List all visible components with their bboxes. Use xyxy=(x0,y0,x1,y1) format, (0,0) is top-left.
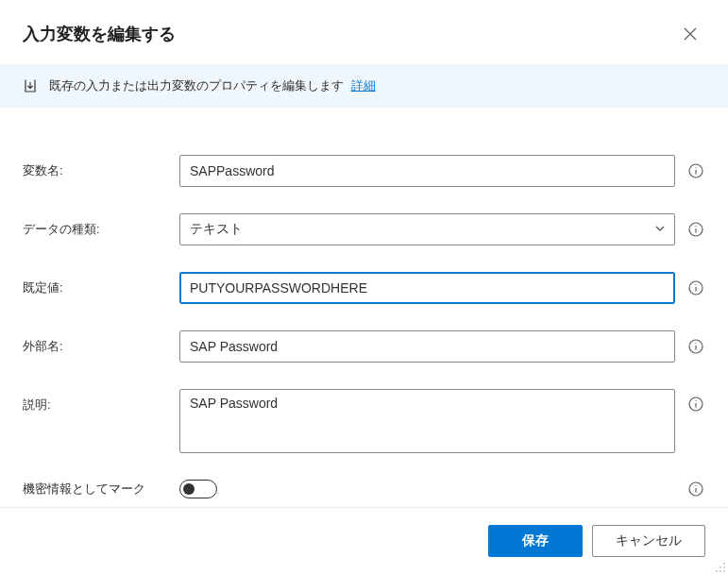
info-data-type[interactable] xyxy=(686,220,705,239)
close-button[interactable] xyxy=(675,19,705,49)
svg-point-25 xyxy=(720,570,721,572)
label-data-type: データの種類: xyxy=(23,221,179,238)
dialog-footer: 保存 キャンセル xyxy=(0,507,728,574)
svg-point-20 xyxy=(695,485,696,486)
close-icon xyxy=(684,27,697,41)
svg-point-5 xyxy=(695,167,696,168)
info-link-details[interactable]: 詳細 xyxy=(351,78,376,93)
input-default-value[interactable] xyxy=(179,272,675,304)
label-description: 説明: xyxy=(23,389,179,414)
info-external-name[interactable] xyxy=(686,337,705,356)
select-data-type[interactable] xyxy=(179,213,675,245)
toggle-knob xyxy=(183,483,195,495)
dialog-title: 入力変数を編集する xyxy=(23,23,176,45)
toggle-mark-sensitive[interactable] xyxy=(179,480,217,498)
row-description: 説明: xyxy=(23,389,705,453)
info-icon xyxy=(688,222,703,237)
info-variable-name[interactable] xyxy=(686,161,705,180)
info-description[interactable] xyxy=(686,395,705,414)
row-data-type: データの種類: xyxy=(23,213,705,245)
form-body: 変数名: データの種類: 既定値: xyxy=(0,108,728,548)
row-default-value: 既定値: xyxy=(23,272,705,304)
cancel-button[interactable]: キャンセル xyxy=(592,525,705,557)
info-banner-message: 既存の入力または出力変数のプロパティを編集します xyxy=(49,78,344,93)
row-mark-sensitive: 機密情報としてマーク xyxy=(23,480,705,498)
row-external-name: 外部名: xyxy=(23,330,705,363)
label-default-value: 既定値: xyxy=(23,279,179,296)
svg-point-23 xyxy=(723,566,725,568)
info-banner-text: 既存の入力または出力変数のプロパティを編集します 詳細 xyxy=(49,77,376,94)
svg-point-8 xyxy=(695,226,696,227)
svg-point-17 xyxy=(695,400,696,401)
label-variable-name: 変数名: xyxy=(23,162,179,179)
row-variable-name: 変数名: xyxy=(23,155,705,187)
input-description[interactable] xyxy=(179,389,675,453)
input-variable-name[interactable] xyxy=(179,155,675,187)
info-mark-sensitive[interactable] xyxy=(686,480,705,498)
svg-point-22 xyxy=(720,566,721,568)
resize-handle[interactable] xyxy=(715,561,726,572)
save-button[interactable]: 保存 xyxy=(488,525,583,557)
import-icon xyxy=(23,78,38,93)
info-icon xyxy=(688,339,703,354)
label-mark-sensitive: 機密情報としてマーク xyxy=(23,481,179,498)
dialog-header: 入力変数を編集する xyxy=(0,0,728,64)
svg-point-24 xyxy=(716,570,718,572)
info-icon xyxy=(688,397,703,412)
info-default-value[interactable] xyxy=(686,279,705,297)
svg-point-21 xyxy=(723,563,725,565)
svg-point-26 xyxy=(723,570,725,572)
svg-point-14 xyxy=(695,343,696,344)
info-icon xyxy=(688,163,703,178)
input-external-name[interactable] xyxy=(179,330,675,363)
info-icon xyxy=(688,280,703,295)
info-icon xyxy=(688,481,703,497)
label-external-name: 外部名: xyxy=(23,338,179,355)
info-banner: 既存の入力または出力変数のプロパティを編集します 詳細 xyxy=(0,64,728,108)
svg-point-11 xyxy=(695,284,696,285)
